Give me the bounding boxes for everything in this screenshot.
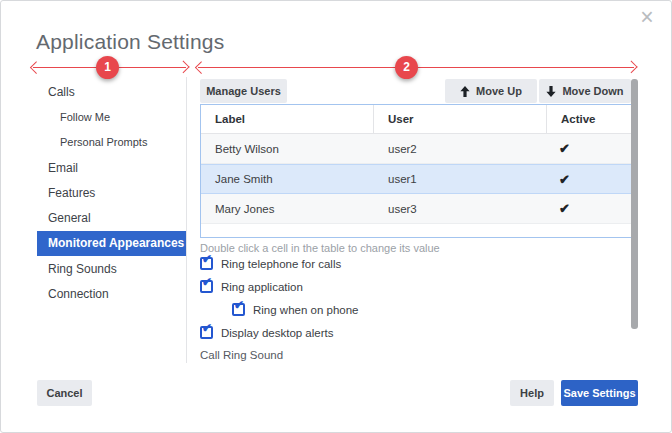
application-settings-dialog: Application Settings × 1 2 Calls Follow …: [0, 0, 672, 433]
checkbox-label: Display desktop alerts: [221, 327, 334, 339]
cell-active[interactable]: ✔: [547, 165, 631, 193]
checkbox-check-icon: ✔: [202, 322, 212, 334]
sidebar-item-label: Follow Me: [60, 111, 110, 123]
checkbox-check-icon: ✔: [234, 299, 244, 311]
table-row[interactable]: Mary Jones user3 ✔: [201, 194, 631, 224]
sidebar-item[interactable]: General: [37, 205, 186, 230]
help-button[interactable]: Help: [510, 380, 554, 406]
annotation-badge-1: 1: [96, 56, 119, 79]
sidebar-item-label: Connection: [48, 287, 109, 301]
cell-user[interactable]: user3: [374, 194, 547, 223]
move-down-button[interactable]: Move Down: [539, 79, 631, 103]
cell-label[interactable]: Jane Smith: [201, 165, 374, 193]
sidebar-item-label: Email: [48, 161, 78, 175]
sidebar-item-label: Personal Prompts: [60, 136, 147, 148]
sidebar-item[interactable]: Ring Sounds: [37, 256, 186, 281]
sidebar-item-label: Features: [48, 186, 95, 200]
move-up-icon: [460, 86, 470, 97]
ring-options: ✔ Ring telephone for calls ✔ Ring applic…: [200, 252, 359, 344]
sidebar-item[interactable]: Follow Me: [37, 104, 186, 129]
page-title: Application Settings: [36, 30, 224, 54]
checkbox-option[interactable]: ✔ Ring application: [200, 275, 359, 298]
sidebar-item[interactable]: Calls: [37, 79, 186, 104]
move-down-icon: [546, 86, 556, 97]
sidebar-item-label: Monitored Appearances: [48, 236, 184, 250]
sidebar-item[interactable]: Connection: [37, 281, 186, 306]
move-down-label: Move Down: [562, 85, 623, 97]
checkbox-icon[interactable]: ✔: [200, 326, 213, 339]
checkbox-icon[interactable]: ✔: [200, 257, 213, 270]
active-check-icon: ✔: [559, 173, 570, 186]
move-up-button[interactable]: Move Up: [445, 79, 537, 103]
column-header-active: Active: [547, 105, 631, 133]
checkbox-icon[interactable]: ✔: [232, 303, 245, 316]
table-row[interactable]: Jane Smith user1 ✔: [201, 164, 631, 194]
monitored-appearances-table: Label User Active Betty Wilson user2 ✔ J…: [200, 104, 632, 238]
checkbox-option[interactable]: ✔ Ring telephone for calls: [200, 252, 359, 275]
cell-user[interactable]: user2: [374, 134, 547, 163]
annotation-badge-2: 2: [395, 56, 418, 79]
panel-divider: [186, 77, 187, 363]
checkbox-label: Ring when on phone: [253, 304, 359, 316]
checkbox-label: Ring telephone for calls: [221, 258, 341, 270]
sidebar-item-label: Ring Sounds: [48, 262, 117, 276]
sidebar-item[interactable]: Personal Prompts: [37, 130, 186, 155]
call-ring-sound-label: Call Ring Sound: [200, 349, 283, 361]
sidebar-item[interactable]: Features: [37, 180, 186, 205]
column-header-user: User: [374, 105, 547, 133]
checkbox-check-icon: ✔: [202, 276, 212, 288]
manage-users-button[interactable]: Manage Users: [200, 79, 287, 103]
cell-active[interactable]: ✔: [547, 194, 631, 223]
move-up-label: Move Up: [476, 85, 522, 97]
active-check-icon: ✔: [559, 142, 570, 155]
save-settings-button[interactable]: Save Settings: [561, 380, 638, 406]
active-check-icon: ✔: [559, 202, 570, 215]
table-header: Label User Active: [201, 105, 631, 134]
settings-sidebar: Calls Follow Me Personal Prompts Email F…: [37, 79, 186, 307]
cell-active[interactable]: ✔: [547, 134, 631, 163]
sidebar-item[interactable]: Monitored Appearances: [37, 231, 186, 256]
cancel-button[interactable]: Cancel: [37, 380, 92, 406]
checkbox-label: Ring application: [221, 281, 303, 293]
cell-label[interactable]: Betty Wilson: [201, 134, 374, 163]
vertical-scrollbar[interactable]: [631, 79, 638, 329]
checkbox-option[interactable]: ✔ Display desktop alerts: [200, 321, 359, 344]
column-header-label: Label: [201, 105, 374, 133]
cell-label[interactable]: Mary Jones: [201, 194, 374, 223]
table-row[interactable]: Betty Wilson user2 ✔: [201, 134, 631, 164]
sidebar-item-label: Calls: [48, 85, 75, 99]
checkbox-check-icon: ✔: [202, 253, 212, 265]
cell-user[interactable]: user1: [374, 165, 547, 193]
sidebar-item-label: General: [48, 211, 91, 225]
checkbox-option[interactable]: ✔ Ring when on phone: [232, 298, 359, 321]
move-button-group: Move Up Move Down: [445, 79, 631, 103]
checkbox-icon[interactable]: ✔: [200, 280, 213, 293]
close-icon[interactable]: ×: [635, 5, 659, 29]
sidebar-item[interactable]: Email: [37, 155, 186, 180]
table-body: Betty Wilson user2 ✔ Jane Smith user1 ✔ …: [201, 134, 631, 224]
